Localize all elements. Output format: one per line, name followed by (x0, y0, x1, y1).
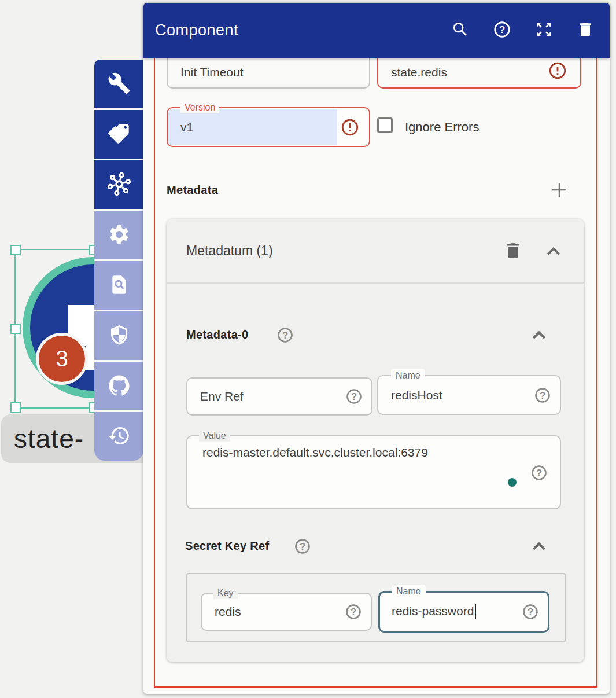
error-icon (548, 61, 567, 80)
toolbar-history-button[interactable] (94, 412, 143, 461)
toolbar-settings-button[interactable] (94, 211, 143, 259)
version-value: v1 (180, 120, 193, 134)
metadata-name-field[interactable]: Name redisHost ? (377, 375, 561, 415)
teal-dot-indicator (508, 478, 517, 487)
metadata0-heading: Metadata-0 (186, 328, 248, 341)
env-ref-value: Env Ref (200, 390, 244, 403)
svg-text:?: ? (351, 607, 356, 618)
secret-key-value: redis (215, 605, 241, 619)
help-icon[interactable]: ? (533, 386, 552, 405)
secret-key-ref-heading: Secret Key Ref (185, 539, 269, 553)
collapse-metadata0-button[interactable] (529, 325, 549, 347)
header-actions: ? (451, 20, 595, 41)
secret-key-field[interactable]: Key redis ? (201, 593, 372, 631)
help-icon[interactable]: ? (276, 326, 294, 347)
secret-key-label: Key (213, 587, 238, 599)
trash-icon (576, 20, 595, 41)
svg-text:?: ? (540, 390, 545, 401)
svg-text:?: ? (282, 330, 288, 341)
wrench-icon (108, 72, 131, 97)
panel-title: Component (155, 21, 451, 39)
selection-handle[interactable] (10, 402, 21, 413)
error-icon (340, 117, 360, 137)
metadatum-title: Metadatum (1) (186, 243, 273, 259)
app-root: 3 state- (0, 0, 616, 698)
chevron-up-icon (529, 536, 549, 559)
svg-text:?: ? (499, 24, 506, 35)
metadata-value-textarea[interactable]: Value redis-master.default.svc.cluster.l… (186, 435, 561, 509)
svg-text:?: ? (300, 541, 305, 552)
component-form: Init Timeout state.redis Version v1 Igno… (143, 3, 610, 694)
svg-text:?: ? (351, 391, 357, 402)
plus-icon (549, 179, 570, 202)
version-autofill-bg (168, 109, 337, 145)
help-icon[interactable]: ? (521, 603, 540, 621)
node-toolbar (94, 60, 143, 461)
github-icon (107, 373, 131, 399)
help-icon[interactable]: ? (345, 387, 363, 406)
trash-icon (503, 241, 523, 262)
secret-key-ref-group: Key redis ? Name redis-password ? (186, 573, 566, 642)
component-panel: Init Timeout state.redis Version v1 Igno… (143, 3, 610, 694)
search-icon (451, 20, 470, 41)
collapse-secret-key-ref-button[interactable] (529, 536, 549, 559)
toolbar-github-button[interactable] (94, 362, 143, 410)
type-value: state.redis (391, 65, 447, 79)
version-label: Version (180, 102, 219, 113)
search-button[interactable] (451, 20, 470, 41)
add-metadata-button[interactable] (549, 179, 570, 202)
metadata-value-label: Value (199, 430, 230, 442)
help-icon[interactable]: ? (344, 603, 363, 621)
divider (167, 282, 584, 284)
toolbar-tag-button[interactable] (94, 110, 143, 159)
tag-icon (108, 122, 131, 147)
badge-count: 3 (56, 347, 68, 372)
document-search-icon (108, 273, 131, 298)
collapse-metadatum-button[interactable] (543, 241, 564, 263)
toolbar-security-button[interactable] (94, 311, 143, 360)
delete-metadatum-button[interactable] (503, 241, 523, 262)
svg-text:?: ? (536, 468, 542, 479)
env-ref-field[interactable]: Env Ref ? (186, 377, 372, 416)
ignore-errors-checkbox[interactable] (377, 117, 393, 133)
chevron-up-icon (529, 325, 549, 347)
help-icon[interactable]: ? (530, 464, 548, 484)
expand-icon (534, 20, 553, 41)
panel-header: Component ? (143, 3, 610, 58)
node-error-badge[interactable]: 3 (36, 333, 88, 385)
hub-icon (107, 172, 131, 198)
secret-name-label: Name (392, 585, 426, 598)
metadata-heading: Metadata (167, 183, 218, 197)
shield-icon (108, 324, 131, 348)
selection-handle[interactable] (10, 245, 21, 255)
toolbar-hub-button[interactable] (94, 160, 143, 209)
metadata-name-label: Name (391, 369, 425, 383)
svg-text:?: ? (528, 607, 533, 618)
ignore-errors-label: Ignore Errors (405, 120, 479, 135)
help-button[interactable]: ? (493, 20, 511, 41)
init-timeout-value: Init Timeout (180, 65, 244, 79)
metadatum-card: Metadatum (1) Metadata-0 ? (167, 219, 584, 662)
text-cursor (475, 604, 476, 619)
gear-icon (108, 223, 131, 248)
version-field[interactable]: Version v1 (167, 107, 370, 147)
toolbar-wrench-button[interactable] (94, 60, 143, 108)
selection-handle[interactable] (10, 324, 21, 334)
metadata-name-value: redisHost (391, 388, 442, 402)
chevron-up-icon (543, 241, 564, 263)
toolbar-explore-button[interactable] (94, 261, 143, 310)
help-icon: ? (493, 20, 511, 41)
delete-component-button[interactable] (576, 20, 595, 41)
history-icon (108, 424, 131, 449)
expand-button[interactable] (534, 20, 553, 41)
secret-name-value: redis-password (392, 604, 474, 618)
help-icon[interactable]: ? (293, 537, 312, 558)
secret-name-field[interactable]: Name redis-password ? (378, 591, 549, 633)
metadata-value-text: redis-master.default.svc.cluster.local:6… (202, 446, 428, 460)
